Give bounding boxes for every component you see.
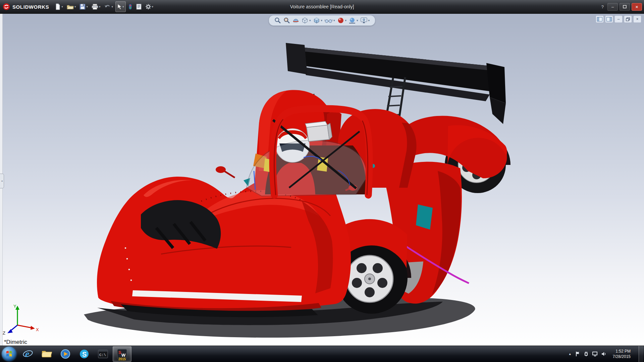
new-file-icon: [55, 3, 61, 10]
dropdown-arrow-icon[interactable]: ▾: [99, 5, 101, 8]
view-orientation-button[interactable]: ▾: [302, 17, 311, 24]
heads-up-view-toolbar: ▾ ▾ ▾ ▾ ▾ ▾: [269, 15, 375, 26]
clock-date: 7/28/2015: [613, 354, 631, 359]
zoom-to-area-button[interactable]: [283, 17, 290, 24]
command-prompt-icon: C:\: [98, 350, 108, 358]
zoom-fit-icon: [274, 17, 281, 24]
options-gear-icon: [145, 4, 151, 10]
view-cube-icon: [302, 17, 308, 24]
maximize-icon: [623, 5, 627, 8]
start-button[interactable]: [2, 347, 16, 361]
display-icon[interactable]: [592, 352, 598, 356]
quick-access-toolbar: ▾ ▾ ▾ ▾ ▾ ▾ ▾: [54, 1, 155, 12]
maximize-button[interactable]: [620, 3, 630, 11]
triad-z-label: Z: [3, 330, 5, 336]
taskbar-clock[interactable]: 1:52 PM 7/28/2015: [610, 349, 633, 359]
svg-text:C:\: C:\: [99, 353, 106, 357]
folder-icon: [41, 350, 52, 358]
taskbar-skype[interactable]: S: [75, 347, 93, 361]
appearance-ball-icon: [337, 17, 344, 24]
taskbar-internet-explorer[interactable]: e: [19, 347, 37, 361]
new-button[interactable]: ▾: [54, 2, 64, 12]
dropdown-arrow-icon[interactable]: ▾: [74, 5, 76, 8]
eyeglasses-icon: [325, 18, 332, 23]
taskbar-command-prompt[interactable]: C:\: [94, 347, 112, 361]
close-button[interactable]: ×: [632, 3, 642, 11]
open-folder-icon: [67, 4, 74, 10]
feature-pane-left-button[interactable]: [596, 15, 604, 23]
view-settings-button[interactable]: ▾: [361, 17, 370, 23]
panel-splitter-handle[interactable]: ◂: [0, 174, 4, 188]
media-player-icon: [60, 349, 70, 359]
file-properties-icon: [136, 4, 142, 10]
car-model-render[interactable]: Y X Z: [0, 13, 644, 346]
triad-x-label: X: [36, 327, 39, 332]
print-icon: [92, 4, 98, 10]
show-desktop-button[interactable]: [639, 346, 643, 362]
clock-time: 1:52 PM: [613, 349, 631, 354]
volume-icon[interactable]: [601, 352, 606, 356]
feature-pane-right-button[interactable]: [605, 15, 613, 23]
dropdown-arrow-icon[interactable]: ▾: [345, 19, 347, 22]
print-button[interactable]: ▾: [90, 2, 102, 12]
dropdown-arrow-icon[interactable]: ▾: [122, 5, 124, 8]
help-button[interactable]: ?: [601, 4, 604, 9]
zoom-area-icon: [283, 17, 290, 24]
main-hull: [97, 175, 351, 317]
taskbar: e S C:\ S W 2015: [0, 346, 644, 362]
action-center-flag-icon[interactable]: [575, 351, 580, 357]
minimize-button[interactable]: –: [607, 3, 618, 11]
rebuild-button[interactable]: [127, 2, 134, 12]
show-hidden-icons-button[interactable]: ▲: [569, 352, 572, 356]
power-plug-icon[interactable]: [584, 351, 589, 357]
windows-flag-icon: [5, 350, 13, 358]
open-button[interactable]: ▾: [65, 2, 77, 12]
dropdown-arrow-icon[interactable]: ▾: [309, 19, 311, 22]
intake-box: [305, 121, 332, 141]
taskbar-windows-explorer[interactable]: [38, 347, 56, 361]
dropdown-arrow-icon[interactable]: ▾: [111, 5, 113, 8]
select-cursor-icon: [117, 4, 122, 10]
edit-appearance-button[interactable]: ▾: [337, 17, 347, 24]
internet-explorer-icon: e: [22, 349, 34, 359]
save-floppy-icon: [79, 4, 86, 10]
view-settings-icon: [361, 17, 367, 23]
svg-text:S: S: [118, 350, 121, 355]
apply-scene-button[interactable]: ▾: [349, 17, 358, 24]
cockpit: [216, 90, 417, 196]
doc-close-button[interactable]: ×: [633, 15, 641, 23]
section-view-button[interactable]: [292, 17, 299, 23]
select-button[interactable]: ▾: [115, 1, 126, 12]
orientation-triad: Y X Z: [3, 304, 39, 336]
taskbar-media-player[interactable]: [56, 347, 74, 361]
titlebar: SOLIDWORKS ▾ ▾ ▾ ▾ ▾ ▾: [0, 0, 644, 14]
dropdown-arrow-icon[interactable]: ▾: [152, 5, 154, 8]
skype-icon: S: [79, 349, 89, 359]
doc-minimize-button[interactable]: –: [614, 15, 623, 23]
dropdown-arrow-icon[interactable]: ▾: [357, 19, 358, 22]
options-button[interactable]: ▾: [144, 2, 155, 12]
hide-show-items-button[interactable]: ▾: [325, 18, 335, 23]
window-title: Voiture assomblee [Read-only]: [290, 4, 354, 9]
view-orientation-label: *Dimetric: [4, 339, 27, 346]
display-style-button[interactable]: ▾: [313, 17, 322, 24]
undo-button[interactable]: ▾: [103, 2, 114, 12]
dropdown-arrow-icon[interactable]: ▾: [321, 19, 322, 22]
graphics-area[interactable]: Y X Z ◂ ▾ ▾ ▾: [0, 13, 644, 346]
restore-icon: [626, 17, 630, 21]
taskbar-solidworks[interactable]: S W 2015: [113, 346, 131, 362]
rebuild-trafficlight-icon: [128, 4, 132, 10]
logo-text: SOLIDWORKS: [12, 4, 49, 10]
zoom-to-fit-button[interactable]: [274, 17, 281, 24]
dropdown-arrow-icon[interactable]: ▾: [368, 19, 370, 22]
svg-text:W: W: [121, 353, 126, 358]
dropdown-arrow-icon[interactable]: ▾: [86, 5, 88, 8]
file-properties-button[interactable]: [135, 2, 143, 12]
save-button[interactable]: ▾: [78, 2, 89, 12]
dropdown-arrow-icon[interactable]: ▾: [333, 19, 335, 22]
solidworks-logo: SOLIDWORKS: [0, 3, 54, 10]
dropdown-arrow-icon[interactable]: ▾: [61, 5, 63, 8]
system-tray: ▲ 1:52 PM 7/28/2015: [569, 346, 644, 362]
undo-arrow-icon: [104, 4, 111, 9]
doc-restore-button[interactable]: [624, 15, 632, 23]
